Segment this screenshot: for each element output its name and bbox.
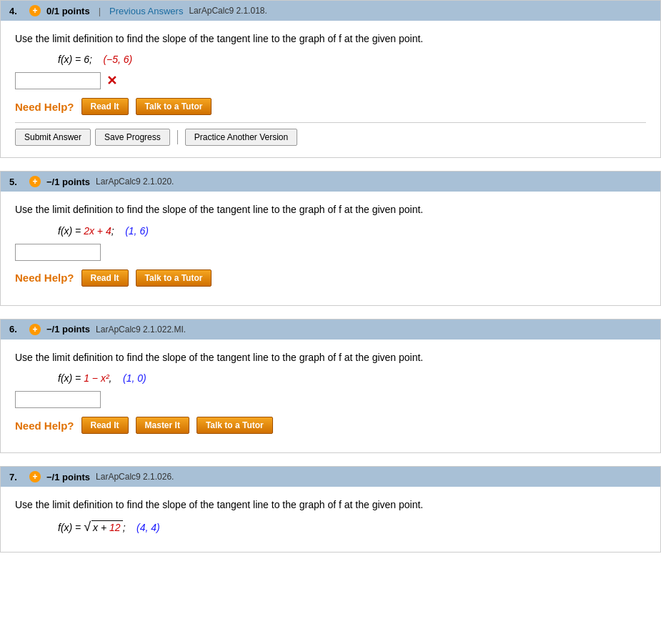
problem-7-number: 7. bbox=[9, 472, 24, 482]
problem-7-header: 7. + −/1 points LarApCalc9 2.1.026. bbox=[1, 467, 660, 487]
problem-6-help-row: Need Help? Read It Master It Talk to a T… bbox=[15, 417, 646, 434]
x-mark-4: ✕ bbox=[106, 73, 117, 89]
problem-7: 7. + −/1 points LarApCalc9 2.1.026. Use … bbox=[0, 466, 661, 552]
prev-answers-link-4[interactable]: Previous Answers bbox=[109, 6, 183, 16]
problem-4: 4. + 0/1 points | Previous Answers LarAp… bbox=[0, 0, 661, 158]
sqrt-symbol-7: √ bbox=[84, 520, 91, 533]
problem-6-number: 6. bbox=[9, 324, 24, 335]
formula-5-red: 2x + 4 bbox=[84, 225, 111, 237]
problem-5-points: −/1 points bbox=[46, 177, 90, 187]
need-help-label-4: Need Help? bbox=[15, 101, 74, 113]
sqrt-wrap-7: √ x + 12 bbox=[84, 520, 122, 533]
problem-5-header: 5. + −/1 points LarApCalc9 2.1.020. bbox=[1, 172, 660, 192]
practice-another-btn-4[interactable]: Practice Another Version bbox=[185, 129, 297, 146]
problem-6-question: Use the limit definition to find the slo… bbox=[15, 350, 646, 365]
submit-answer-btn-4[interactable]: Submit Answer bbox=[15, 129, 91, 146]
problem-5-help-row: Need Help? Read It Talk to a Tutor bbox=[15, 269, 646, 287]
problem-4-input[interactable] bbox=[15, 72, 101, 89]
problem-4-help-row: Need Help? Read It Talk to a Tutor bbox=[15, 98, 646, 115]
plus-icon-5[interactable]: + bbox=[29, 176, 41, 187]
problem-7-id: LarApCalc9 2.1.026. bbox=[96, 472, 174, 482]
problem-4-body: Use the limit definition to find the slo… bbox=[1, 21, 660, 157]
problem-4-id: LarApCalc9 2.1.018. bbox=[189, 6, 267, 16]
problem-6-answer-row bbox=[15, 391, 646, 408]
plus-icon-6[interactable]: + bbox=[29, 324, 41, 335]
action-separator-4 bbox=[177, 130, 178, 144]
problem-4-points: 0/1 points bbox=[46, 6, 90, 16]
problem-4-formula: f(x) = 6; (−5, 6) bbox=[58, 54, 646, 65]
problem-5-id: LarApCalc9 2.1.020. bbox=[96, 177, 174, 187]
problem-4-action-row: Submit Answer Save Progress Practice Ano… bbox=[15, 122, 646, 146]
problem-4-header: 4. + 0/1 points | Previous Answers LarAp… bbox=[1, 1, 660, 21]
problem-6-input[interactable] bbox=[15, 391, 101, 408]
problem-7-point: (4, 4) bbox=[136, 522, 160, 533]
problem-6-formula: f(x) = 1 − x², (1, 0) bbox=[58, 372, 646, 384]
need-help-label-5: Need Help? bbox=[15, 272, 74, 284]
problem-6-header: 6. + −/1 points LarApCalc9 2.1.022.MI. bbox=[1, 319, 660, 340]
problem-5-number: 5. bbox=[9, 177, 24, 187]
talk-tutor-btn-6[interactable]: Talk to a Tutor bbox=[197, 417, 273, 434]
problem-5-point: (1, 6) bbox=[125, 225, 149, 237]
problem-5-question: Use the limit definition to find the slo… bbox=[15, 202, 646, 217]
problem-7-question: Use the limit definition to find the slo… bbox=[15, 497, 646, 512]
read-it-btn-5[interactable]: Read It bbox=[81, 269, 129, 287]
problem-7-points: −/1 points bbox=[46, 472, 90, 482]
problem-6-id: LarApCalc9 2.1.022.MI. bbox=[96, 325, 186, 335]
talk-tutor-btn-4[interactable]: Talk to a Tutor bbox=[136, 98, 212, 115]
sqrt-number-7: 12 bbox=[109, 522, 121, 533]
problem-7-body: Use the limit definition to find the slo… bbox=[1, 487, 660, 551]
plus-icon-7[interactable]: + bbox=[29, 471, 41, 482]
read-it-btn-6[interactable]: Read It bbox=[81, 417, 129, 434]
master-it-btn-6[interactable]: Master It bbox=[136, 417, 189, 434]
problem-4-question: Use the limit definition to find the slo… bbox=[15, 31, 646, 46]
separator-4: | bbox=[99, 6, 101, 16]
problem-6-body: Use the limit definition to find the slo… bbox=[1, 340, 660, 452]
problem-5-answer-row bbox=[15, 244, 646, 261]
problem-5-body: Use the limit definition to find the slo… bbox=[1, 192, 660, 304]
problem-4-number: 4. bbox=[9, 6, 24, 16]
problem-6-point: (1, 0) bbox=[123, 372, 146, 384]
save-progress-btn-4[interactable]: Save Progress bbox=[95, 129, 170, 146]
problem-7-formula: f(x) = √ x + 12 ; (4, 4) bbox=[58, 520, 646, 533]
problem-5-input[interactable] bbox=[15, 244, 101, 261]
read-it-btn-4[interactable]: Read It bbox=[81, 98, 129, 115]
problem-6-points: −/1 points bbox=[46, 324, 90, 335]
sqrt-content-7: x + 12 bbox=[91, 520, 123, 533]
need-help-label-6: Need Help? bbox=[15, 420, 74, 432]
formula-6-red: 1 − x² bbox=[84, 372, 109, 384]
problem-6: 6. + −/1 points LarApCalc9 2.1.022.MI. U… bbox=[0, 319, 661, 453]
talk-tutor-btn-5[interactable]: Talk to a Tutor bbox=[136, 269, 212, 287]
problem-5-formula: f(x) = 2x + 4; (1, 6) bbox=[58, 225, 646, 237]
problem-4-answer-row: ✕ bbox=[15, 72, 646, 89]
plus-icon-4[interactable]: + bbox=[29, 5, 41, 16]
problem-5: 5. + −/1 points LarApCalc9 2.1.020. Use … bbox=[0, 171, 661, 305]
problem-4-point: (−5, 6) bbox=[103, 54, 132, 65]
